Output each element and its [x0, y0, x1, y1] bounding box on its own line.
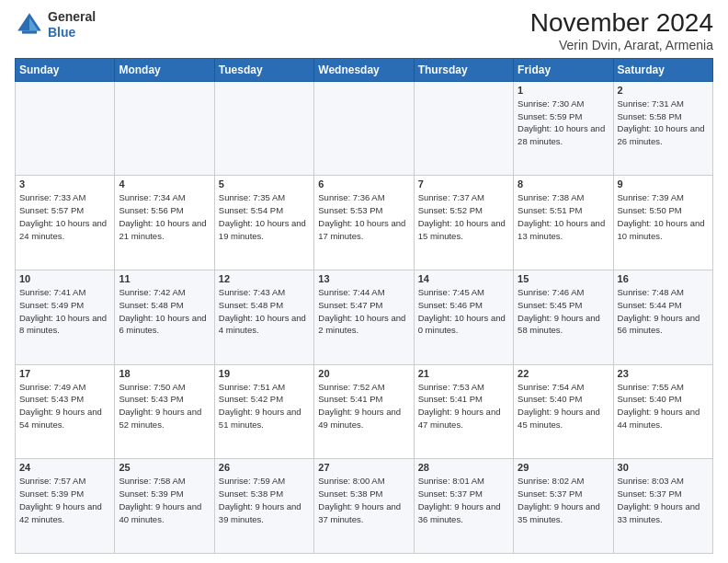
- day-cell: 3Sunrise: 7:33 AM Sunset: 5:57 PM Daylig…: [16, 176, 115, 270]
- day-number: 5: [219, 178, 310, 190]
- weekday-header-tuesday: Tuesday: [214, 58, 313, 81]
- day-number: 14: [418, 273, 509, 284]
- weekday-row: SundayMondayTuesdayWednesdayThursdayFrid…: [16, 58, 713, 81]
- day-number: 23: [618, 368, 709, 379]
- day-cell: 26Sunrise: 7:59 AM Sunset: 5:38 PM Dayli…: [214, 459, 313, 554]
- day-cell: 12Sunrise: 7:43 AM Sunset: 5:48 PM Dayli…: [214, 270, 313, 365]
- day-cell: 30Sunrise: 8:03 AM Sunset: 5:37 PM Dayli…: [613, 459, 712, 554]
- week-row-5: 24Sunrise: 7:57 AM Sunset: 5:39 PM Dayli…: [16, 459, 713, 554]
- day-cell: 25Sunrise: 7:58 AM Sunset: 5:39 PM Dayli…: [115, 459, 214, 554]
- weekday-header-friday: Friday: [514, 58, 613, 81]
- day-cell: 6Sunrise: 7:36 AM Sunset: 5:53 PM Daylig…: [314, 176, 414, 270]
- day-info: Sunrise: 7:48 AM Sunset: 5:44 PM Dayligh…: [618, 286, 709, 337]
- day-number: 17: [19, 368, 110, 379]
- day-cell: 29Sunrise: 8:02 AM Sunset: 5:37 PM Dayli…: [514, 459, 613, 554]
- day-info: Sunrise: 7:51 AM Sunset: 5:42 PM Dayligh…: [219, 381, 310, 431]
- day-info: Sunrise: 7:33 AM Sunset: 5:57 PM Dayligh…: [19, 191, 110, 242]
- day-info: Sunrise: 7:43 AM Sunset: 5:48 PM Dayligh…: [219, 286, 310, 337]
- logo-text: General Blue: [48, 9, 96, 40]
- week-row-3: 10Sunrise: 7:41 AM Sunset: 5:49 PM Dayli…: [16, 270, 713, 365]
- day-cell: 7Sunrise: 7:37 AM Sunset: 5:52 PM Daylig…: [414, 176, 513, 270]
- day-cell: 23Sunrise: 7:55 AM Sunset: 5:40 PM Dayli…: [613, 364, 712, 459]
- day-number: 1: [518, 85, 609, 96]
- day-number: 2: [618, 85, 709, 96]
- day-number: 6: [318, 178, 409, 190]
- day-cell: 28Sunrise: 8:01 AM Sunset: 5:37 PM Dayli…: [414, 459, 513, 554]
- day-info: Sunrise: 8:01 AM Sunset: 5:37 PM Dayligh…: [418, 475, 509, 525]
- page: General Blue November 2024 Verin Dvin, A…: [0, 0, 728, 563]
- day-cell: 2Sunrise: 7:31 AM Sunset: 5:58 PM Daylig…: [613, 81, 712, 176]
- day-number: 27: [318, 462, 409, 473]
- day-info: Sunrise: 7:42 AM Sunset: 5:48 PM Dayligh…: [119, 286, 210, 337]
- logo: General Blue: [15, 9, 96, 40]
- day-number: 12: [219, 273, 310, 284]
- day-info: Sunrise: 7:53 AM Sunset: 5:41 PM Dayligh…: [418, 381, 509, 431]
- calendar-header: SundayMondayTuesdayWednesdayThursdayFrid…: [16, 58, 713, 81]
- weekday-header-thursday: Thursday: [414, 58, 513, 81]
- day-info: Sunrise: 7:45 AM Sunset: 5:46 PM Dayligh…: [418, 286, 509, 337]
- day-cell: 16Sunrise: 7:48 AM Sunset: 5:44 PM Dayli…: [613, 270, 712, 365]
- day-number: 21: [418, 368, 509, 379]
- week-row-2: 3Sunrise: 7:33 AM Sunset: 5:57 PM Daylig…: [16, 176, 713, 270]
- day-cell: 5Sunrise: 7:35 AM Sunset: 5:54 PM Daylig…: [214, 176, 313, 270]
- day-cell: [115, 81, 214, 176]
- day-info: Sunrise: 7:39 AM Sunset: 5:50 PM Dayligh…: [618, 191, 709, 242]
- day-number: 25: [119, 462, 210, 473]
- day-info: Sunrise: 7:57 AM Sunset: 5:39 PM Dayligh…: [19, 475, 110, 525]
- svg-marker-1: [29, 17, 39, 30]
- day-cell: 8Sunrise: 7:38 AM Sunset: 5:51 PM Daylig…: [514, 176, 613, 270]
- day-info: Sunrise: 7:35 AM Sunset: 5:54 PM Dayligh…: [219, 191, 310, 242]
- day-number: 11: [119, 273, 210, 284]
- day-info: Sunrise: 7:36 AM Sunset: 5:53 PM Dayligh…: [318, 191, 409, 242]
- day-number: 8: [518, 178, 609, 190]
- location: Verin Dvin, Ararat, Armenia: [530, 38, 713, 52]
- day-info: Sunrise: 7:34 AM Sunset: 5:56 PM Dayligh…: [119, 191, 210, 242]
- svg-rect-2: [22, 30, 37, 33]
- day-number: 16: [618, 273, 709, 284]
- weekday-header-monday: Monday: [115, 58, 214, 81]
- day-info: Sunrise: 7:55 AM Sunset: 5:40 PM Dayligh…: [618, 381, 709, 431]
- day-cell: 21Sunrise: 7:53 AM Sunset: 5:41 PM Dayli…: [414, 364, 513, 459]
- day-info: Sunrise: 7:38 AM Sunset: 5:51 PM Dayligh…: [518, 191, 609, 242]
- day-info: Sunrise: 7:58 AM Sunset: 5:39 PM Dayligh…: [119, 475, 210, 525]
- calendar-body: 1Sunrise: 7:30 AM Sunset: 5:59 PM Daylig…: [16, 81, 713, 553]
- day-info: Sunrise: 7:52 AM Sunset: 5:41 PM Dayligh…: [318, 381, 409, 431]
- day-number: 26: [219, 462, 310, 473]
- day-number: 30: [618, 462, 709, 473]
- day-info: Sunrise: 7:30 AM Sunset: 5:59 PM Dayligh…: [518, 98, 609, 148]
- day-cell: 14Sunrise: 7:45 AM Sunset: 5:46 PM Dayli…: [414, 270, 513, 365]
- day-number: 10: [19, 273, 110, 284]
- day-cell: 13Sunrise: 7:44 AM Sunset: 5:47 PM Dayli…: [314, 270, 414, 365]
- day-cell: 9Sunrise: 7:39 AM Sunset: 5:50 PM Daylig…: [613, 176, 712, 270]
- day-info: Sunrise: 7:49 AM Sunset: 5:43 PM Dayligh…: [19, 381, 110, 431]
- logo-icon: [15, 10, 44, 40]
- day-info: Sunrise: 7:46 AM Sunset: 5:45 PM Dayligh…: [518, 286, 609, 337]
- day-cell: 18Sunrise: 7:50 AM Sunset: 5:43 PM Dayli…: [115, 364, 214, 459]
- day-cell: 22Sunrise: 7:54 AM Sunset: 5:40 PM Dayli…: [514, 364, 613, 459]
- day-cell: [314, 81, 414, 176]
- day-number: 29: [518, 462, 609, 473]
- weekday-header-saturday: Saturday: [613, 58, 712, 81]
- day-cell: 10Sunrise: 7:41 AM Sunset: 5:49 PM Dayli…: [16, 270, 115, 365]
- week-row-1: 1Sunrise: 7:30 AM Sunset: 5:59 PM Daylig…: [16, 81, 713, 176]
- day-info: Sunrise: 8:02 AM Sunset: 5:37 PM Dayligh…: [518, 475, 609, 525]
- day-cell: 27Sunrise: 8:00 AM Sunset: 5:38 PM Dayli…: [314, 459, 414, 554]
- day-info: Sunrise: 7:50 AM Sunset: 5:43 PM Dayligh…: [119, 381, 210, 431]
- day-number: 13: [318, 273, 409, 284]
- day-number: 3: [19, 178, 110, 190]
- title-block: November 2024 Verin Dvin, Ararat, Armeni…: [530, 9, 713, 52]
- day-cell: 1Sunrise: 7:30 AM Sunset: 5:59 PM Daylig…: [514, 81, 613, 176]
- day-number: 22: [518, 368, 609, 379]
- month-title: November 2024: [530, 9, 713, 38]
- day-cell: 17Sunrise: 7:49 AM Sunset: 5:43 PM Dayli…: [16, 364, 115, 459]
- day-info: Sunrise: 7:31 AM Sunset: 5:58 PM Dayligh…: [618, 98, 709, 148]
- day-cell: [414, 81, 513, 176]
- day-cell: [16, 81, 115, 176]
- day-number: 28: [418, 462, 509, 473]
- week-row-4: 17Sunrise: 7:49 AM Sunset: 5:43 PM Dayli…: [16, 364, 713, 459]
- day-cell: 24Sunrise: 7:57 AM Sunset: 5:39 PM Dayli…: [16, 459, 115, 554]
- day-number: 15: [518, 273, 609, 284]
- day-cell: [214, 81, 313, 176]
- weekday-header-sunday: Sunday: [16, 58, 115, 81]
- weekday-header-wednesday: Wednesday: [314, 58, 414, 81]
